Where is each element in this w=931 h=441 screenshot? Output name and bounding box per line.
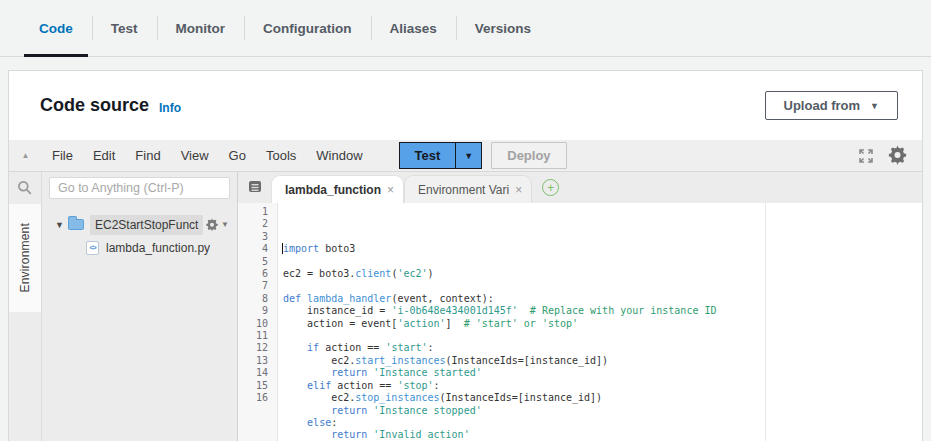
folder-name: EC2StartStopFunct: [90, 215, 203, 235]
function-tab-configuration[interactable]: Configuration: [244, 0, 370, 56]
close-tab-icon[interactable]: ×: [387, 183, 394, 197]
function-tab-monitor[interactable]: Monitor: [157, 0, 245, 56]
info-link[interactable]: Info: [159, 101, 181, 115]
editor-tab-label: Environment Vari: [418, 183, 509, 197]
code-line: action = event['action'] # 'start' or 's…: [283, 318, 922, 330]
menubar-right-icons: [858, 145, 908, 166]
line-number: 15: [238, 380, 268, 392]
menu-find[interactable]: Find: [125, 148, 170, 163]
menu-edit[interactable]: Edit: [83, 148, 125, 163]
test-dropdown-button[interactable]: ▼: [456, 142, 482, 169]
folder-icon: [68, 219, 84, 230]
ide-menus: FileEditFindViewGoToolsWindow: [42, 148, 373, 163]
line-number: 16: [238, 392, 268, 404]
code-text[interactable]: import boto3 ec2 = boto3.client('ec2') d…: [278, 203, 922, 441]
line-number-gutter: 12345678910111213141516: [238, 203, 278, 441]
new-tab-button[interactable]: +: [542, 179, 559, 196]
file-name: lambda_function.py: [106, 241, 210, 255]
code-line: if action == 'start':: [283, 342, 922, 354]
file-tree-panel: ▼ EC2StartStopFunct ▼ <> lambda_function…: [42, 172, 238, 441]
menu-go[interactable]: Go: [219, 148, 256, 163]
close-tab-icon[interactable]: ×: [515, 183, 522, 197]
function-tab-label: Aliases: [390, 21, 437, 36]
code-line: import boto3: [283, 243, 922, 255]
code-line: ec2 = boto3.client('ec2'): [283, 268, 922, 280]
code-line: elif action == 'stop':: [283, 380, 922, 392]
test-run-button[interactable]: Test: [399, 142, 457, 169]
goto-anything-row: [42, 172, 237, 204]
line-number: 11: [238, 330, 268, 342]
search-icon: [17, 180, 33, 196]
environment-rail-label: Environment: [18, 223, 32, 293]
rail-search[interactable]: [9, 172, 41, 204]
ide-menubar: ▲ FileEditFindViewGoToolsWindow Test ▼ D…: [9, 140, 922, 172]
line-number: 5: [238, 256, 268, 268]
line-number: 14: [238, 367, 268, 379]
folder-expand-icon[interactable]: ▼: [55, 220, 68, 230]
function-tab-test[interactable]: Test: [92, 0, 157, 56]
chevron-down-icon: ▼: [221, 220, 229, 229]
line-number: 12: [238, 342, 268, 354]
code-line: [283, 280, 922, 292]
collapse-menubar-icon[interactable]: ▲: [9, 151, 42, 160]
page-title: Code source: [40, 95, 149, 116]
function-tab-label: Versions: [475, 21, 531, 36]
line-number: 7: [238, 280, 268, 292]
python-file-icon: <>: [86, 241, 99, 255]
tab-list-icon[interactable]: [248, 179, 262, 197]
editor-tab-environment-variables[interactable]: Environment Vari×: [404, 175, 532, 203]
code-line: return 'Instance started': [283, 367, 922, 379]
code-line: else:: [283, 417, 922, 429]
function-tab-label: Monitor: [176, 21, 226, 36]
line-number: 6: [238, 268, 268, 280]
menu-file[interactable]: File: [42, 148, 83, 163]
print-margin-line: [765, 203, 766, 441]
tree-settings-button[interactable]: ▼: [205, 218, 229, 232]
settings-gear-icon[interactable]: [887, 145, 908, 166]
code-line: [283, 256, 922, 268]
editor-tab-label: lambda_function: [285, 183, 381, 197]
line-number: 2: [238, 218, 268, 230]
tree-file-row[interactable]: <> lambda_function.py: [42, 236, 237, 259]
function-tab-code[interactable]: Code: [20, 0, 92, 56]
line-number: 9: [238, 305, 268, 317]
code-source-header: Code source Info Upload from ▼: [9, 71, 922, 140]
line-number: 1: [238, 206, 268, 218]
line-number: 4: [238, 243, 268, 255]
menu-view[interactable]: View: [171, 148, 219, 163]
code-line: ec2.start_instances(InstanceIds=[instanc…: [283, 355, 922, 367]
goto-anything-input[interactable]: [49, 177, 230, 199]
environment-rail-tab[interactable]: Environment: [9, 204, 41, 312]
code-line: instance_id = 'i-0b648e434001d145f' # Re…: [283, 305, 922, 317]
gear-icon: [205, 218, 219, 232]
code-line: ec2.stop_instances(InstanceIds=[instance…: [283, 392, 922, 404]
chevron-down-icon: ▼: [870, 101, 879, 111]
function-tab-label: Test: [111, 21, 138, 36]
menu-window[interactable]: Window: [306, 148, 372, 163]
fullscreen-icon[interactable]: [858, 148, 874, 164]
code-area: 12345678910111213141516 import boto3 ec2…: [238, 203, 922, 441]
function-tab-aliases[interactable]: Aliases: [371, 0, 456, 56]
test-split-button: Test ▼: [399, 142, 483, 169]
editor-tab-lambda-function[interactable]: lambda_function×: [271, 175, 404, 203]
code-line: def lambda_handler(event, context):: [283, 293, 922, 305]
function-tab-versions[interactable]: Versions: [456, 0, 550, 56]
upload-from-label: Upload from: [784, 98, 861, 113]
code-editor: lambda_function×Environment Vari× + 1234…: [238, 172, 922, 441]
upload-from-button[interactable]: Upload from ▼: [765, 91, 898, 120]
code-line: return 'Invalid action': [283, 429, 922, 441]
code-line: [283, 330, 922, 342]
tree-folder-row[interactable]: ▼ EC2StartStopFunct ▼: [42, 213, 237, 236]
code-line: return 'Instance stopped': [283, 405, 922, 417]
deploy-button[interactable]: Deploy: [491, 142, 566, 169]
function-tab-label: Code: [39, 21, 73, 36]
editor-tab-bar: lambda_function×Environment Vari× +: [238, 172, 922, 203]
line-number: 13: [238, 355, 268, 367]
left-icon-rail: Environment: [9, 172, 42, 441]
code-source-panel: Code source Info Upload from ▼ ▲ FileEdi…: [8, 70, 923, 441]
menu-tools[interactable]: Tools: [256, 148, 306, 163]
line-number: 8: [238, 293, 268, 305]
function-tab-label: Configuration: [263, 21, 351, 36]
file-tree: ▼ EC2StartStopFunct ▼ <> lambda_function…: [42, 204, 237, 259]
line-number: 3: [238, 231, 268, 243]
